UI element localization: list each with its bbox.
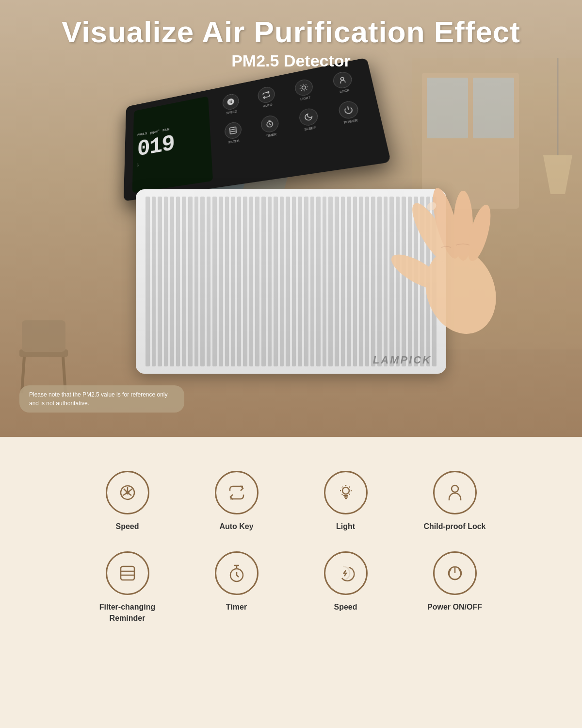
filter-button[interactable]: FILTER [216, 119, 250, 146]
feature-lock: Child-proof Lock [400, 471, 509, 532]
grille-line [207, 197, 211, 366]
lock-label: LOCK [340, 88, 350, 93]
svg-point-14 [302, 85, 306, 89]
grille-line [261, 197, 266, 366]
feature-timer: Timer [182, 551, 291, 624]
filter-feature-label: Filter-changing Reminder [99, 602, 156, 624]
grille-line [164, 197, 168, 366]
grille-line [347, 197, 351, 366]
main-title: Visualize Air Purification Effect [0, 15, 582, 49]
feature-filter: Filter-changing Reminder [73, 551, 182, 624]
filter-icon [224, 121, 242, 140]
svg-line-25 [230, 129, 236, 130]
svg-line-48 [341, 487, 342, 487]
grille-line [304, 197, 308, 366]
light-button[interactable]: LIGHT [286, 77, 323, 103]
grille-line [200, 197, 205, 366]
button-panel: SPEED AUTO LIGHT [214, 66, 378, 180]
filter-feature-icon [106, 551, 149, 595]
grille-line [237, 197, 242, 366]
light-label: LIGHT [300, 96, 311, 100]
svg-point-55 [452, 485, 458, 492]
sleep-feature-label: Speed [334, 602, 357, 612]
svg-rect-7 [22, 320, 65, 352]
control-panel: PM2.5 μg/m³ FAN 019 1 SPEED [124, 58, 391, 201]
grille-line [310, 197, 315, 366]
lock-button[interactable]: LOCK [323, 68, 363, 96]
grille-line [146, 197, 150, 366]
grille-line [212, 197, 217, 366]
svg-rect-24 [230, 127, 237, 134]
lock-feature-label: Child-proof Lock [424, 521, 486, 532]
auto-feature-icon [215, 471, 259, 514]
light-feature-icon [324, 471, 368, 514]
feature-light: Light [291, 471, 400, 532]
power-feature-label: Power ON/OFF [427, 602, 482, 612]
speed-label: SPEED [226, 110, 237, 115]
power-icon [338, 100, 360, 120]
feature-auto: Auto Key [182, 471, 291, 532]
timer-label: TIMER [266, 132, 277, 137]
grille-line [268, 197, 272, 366]
svg-line-50 [349, 487, 349, 487]
timer-button[interactable]: TIMER [252, 113, 289, 139]
grille-line [255, 197, 259, 366]
feature-sleep: Speed [291, 551, 400, 624]
speed-feature-icon [106, 471, 149, 514]
svg-line-28 [348, 106, 348, 110]
sleep-button[interactable]: SLEEP [290, 106, 328, 133]
grille-line [243, 197, 247, 366]
grille-line [249, 197, 254, 366]
auto-label: AUTO [263, 103, 273, 108]
timer-icon [260, 114, 280, 133]
grille-line [292, 197, 296, 366]
grille-line [280, 197, 284, 366]
feature-power: Power ON/OFF [400, 551, 509, 624]
grille-line [231, 197, 235, 366]
top-section: Visualize Air Purification Effect PM2.5 … [0, 0, 582, 437]
filter-label: FILTER [228, 139, 240, 144]
grille-line [335, 197, 339, 366]
grille-line [274, 197, 278, 366]
sub-title: PM2.5 Detector [0, 51, 582, 70]
grille-line [316, 197, 321, 366]
svg-line-22 [306, 84, 306, 85]
auto-icon [257, 85, 275, 104]
sleep-feature-icon [324, 551, 368, 595]
speed-button[interactable]: SPEED [215, 91, 248, 117]
grille-line [152, 197, 156, 366]
grille-line [194, 197, 199, 366]
product-area: PM2.5 μg/m³ FAN 019 1 SPEED [73, 63, 509, 413]
grille-line [323, 197, 327, 366]
grille-line [219, 197, 223, 366]
grille-line [225, 197, 229, 366]
sleep-icon [298, 107, 319, 127]
grille-line [359, 197, 363, 366]
disclaimer-note: Please note that the PM2.5 value is for … [19, 385, 184, 413]
power-feature-icon [433, 551, 477, 595]
timer-feature-icon [215, 551, 259, 595]
lock-icon [332, 70, 353, 90]
lock-feature-icon [433, 471, 477, 514]
svg-line-26 [230, 131, 236, 132]
feature-speed: Speed [73, 471, 182, 532]
grille-line [353, 197, 357, 366]
pm25-display: PM2.5 μg/m³ FAN 019 1 [132, 96, 213, 193]
svg-line-49 [349, 494, 349, 495]
svg-point-23 [340, 77, 344, 81]
auto-button[interactable]: AUTO [249, 84, 284, 110]
svg-line-51 [341, 494, 342, 495]
timer-feature-label: Timer [226, 602, 247, 612]
svg-point-43 [342, 487, 349, 494]
svg-rect-56 [121, 566, 134, 580]
grille-line [176, 197, 180, 366]
auto-feature-label: Auto Key [219, 521, 253, 532]
speed-icon [222, 93, 240, 111]
grille-line [158, 197, 162, 366]
light-feature-label: Light [336, 521, 355, 532]
bottom-section: Speed Auto Key [0, 437, 582, 728]
speed-feature-label: Speed [115, 521, 139, 532]
power-label: POWER [343, 118, 358, 124]
svg-line-18 [306, 89, 307, 90]
power-button[interactable]: POWER [329, 98, 370, 126]
